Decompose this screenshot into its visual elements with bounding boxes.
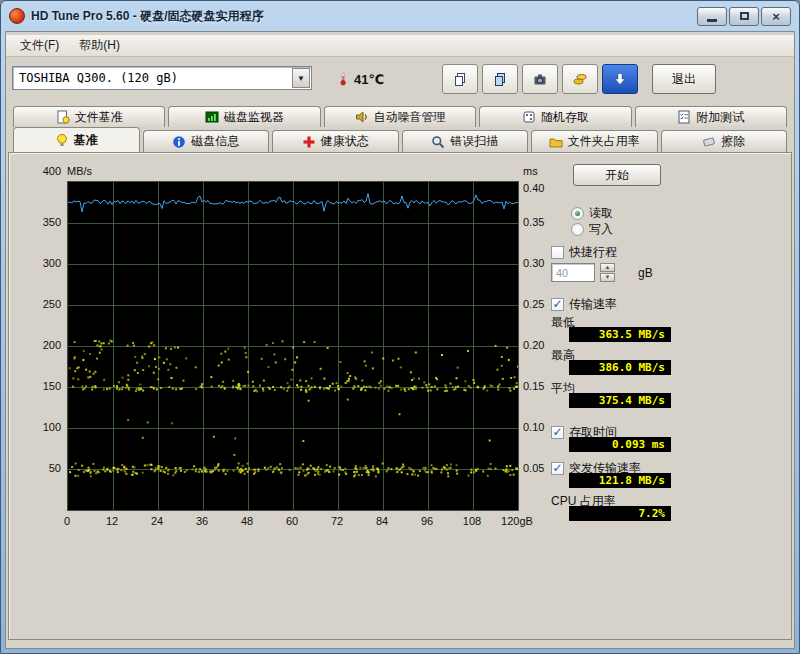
write-label: 写入 xyxy=(589,221,613,238)
temperature-indicator: 41℃ xyxy=(336,66,384,92)
disk-monitor-icon xyxy=(205,110,219,124)
menu-help[interactable]: 帮助(H) xyxy=(69,34,130,57)
benchmark-tab-page: MB/s ms 400350300250200150100500.400.350… xyxy=(8,152,792,640)
right-axis-tick: 0.05 xyxy=(523,462,544,474)
tab-label: 健康状态 xyxy=(321,133,369,150)
tab-file-benchmark[interactable]: 文件基准 xyxy=(13,106,165,127)
client-area: 文件(F) 帮助(H) TOSHIBA Q300. (120 gB) ▼ 41℃ xyxy=(5,31,795,649)
copy-text-icon xyxy=(453,72,467,86)
access-time-checkbox[interactable]: ✓ xyxy=(551,426,564,439)
short-stroke-input[interactable]: 40 xyxy=(551,263,595,282)
top-tab-strip: 文件基准 磁盘监视器 自动噪音管理 xyxy=(6,104,794,127)
menu-bar: 文件(F) 帮助(H) xyxy=(6,35,794,57)
tab-label: 基准 xyxy=(74,132,98,149)
x-axis-tick: 120gB xyxy=(497,515,537,527)
exit-button[interactable]: 退出 xyxy=(652,64,716,94)
drive-selector[interactable]: TOSHIBA Q300. (120 gB) ▼ xyxy=(12,66,312,90)
min-value: 363.5 MB/s xyxy=(599,328,665,341)
folder-icon xyxy=(549,135,563,149)
right-axis-tick: 0.40 xyxy=(523,182,544,194)
right-axis-tick: 0.10 xyxy=(523,421,544,433)
right-axis-tick: 0.25 xyxy=(523,298,544,310)
download-button[interactable] xyxy=(602,64,638,94)
tab-label: 文件夹占用率 xyxy=(568,133,640,150)
tab-label: 磁盘信息 xyxy=(191,133,239,150)
copy-image-button[interactable] xyxy=(482,64,518,94)
max-value-box: 386.0 MB/s xyxy=(569,360,671,375)
left-axis-tick: 400 xyxy=(9,165,61,177)
write-radio[interactable] xyxy=(571,223,584,236)
transfer-rate-option[interactable]: ✓ 传输速率 xyxy=(551,296,617,313)
cpu-usage-value-box: 7.2% xyxy=(569,506,671,521)
min-value-box: 363.5 MB/s xyxy=(569,327,671,342)
file-benchmark-icon xyxy=(56,110,70,124)
access-time-value: 0.093 ms xyxy=(612,438,665,451)
tab-auto-acoustic[interactable]: 自动噪音管理 xyxy=(324,106,476,127)
bulb-icon xyxy=(55,133,69,147)
tab-extra-tests[interactable]: 附加测试 xyxy=(635,106,787,127)
minimize-button[interactable] xyxy=(697,7,727,26)
cpu-usage-value: 7.2% xyxy=(639,507,666,520)
maximize-icon xyxy=(740,12,749,20)
tab-erase[interactable]: 擦除 xyxy=(661,130,788,152)
tab-label: 擦除 xyxy=(721,133,745,150)
copy-image-icon xyxy=(493,72,507,86)
x-axis-tick: 36 xyxy=(182,515,222,527)
screenshot-button[interactable] xyxy=(522,64,558,94)
right-axis-tick: 0.30 xyxy=(523,257,544,269)
tab-label: 附加测试 xyxy=(696,109,744,126)
x-axis-tick: 24 xyxy=(137,515,177,527)
window-controls: × xyxy=(697,7,791,26)
tab-disk-info[interactable]: 磁盘信息 xyxy=(143,130,270,152)
transfer-rate-checkbox[interactable]: ✓ xyxy=(551,298,564,311)
right-axis-tick: 0.35 xyxy=(523,216,544,228)
tab-benchmark[interactable]: 基准 xyxy=(13,127,140,152)
tab-health[interactable]: 健康状态 xyxy=(272,130,399,152)
copy-text-button[interactable] xyxy=(442,64,478,94)
health-cross-icon xyxy=(302,135,316,149)
chevron-down-icon[interactable]: ▼ xyxy=(292,68,310,88)
right-axis-unit: ms xyxy=(523,165,538,177)
x-axis-tick: 48 xyxy=(227,515,267,527)
app-window: HD Tune Pro 5.60 - 硬盘/固态硬盘实用程序 × 文件(F) 帮… xyxy=(0,0,800,654)
stepper-up-icon[interactable]: ▲ xyxy=(600,263,615,272)
coins-icon xyxy=(573,72,587,86)
right-axis-tick: 0.20 xyxy=(523,339,544,351)
left-axis-tick: 200 xyxy=(9,339,61,351)
write-option[interactable]: 写入 xyxy=(571,221,613,238)
stepper-down-icon[interactable]: ▼ xyxy=(600,273,615,282)
tab-label: 随机存取 xyxy=(541,109,589,126)
left-axis-unit: MB/s xyxy=(67,165,92,177)
read-label: 读取 xyxy=(589,205,613,222)
window-title: HD Tune Pro 5.60 - 硬盘/固态硬盘实用程序 xyxy=(31,8,263,25)
left-axis-tick: 100 xyxy=(9,421,61,433)
maximize-button[interactable] xyxy=(729,7,759,26)
burst-rate-value: 121.8 MB/s xyxy=(599,474,665,487)
burst-rate-checkbox[interactable]: ✓ xyxy=(551,462,564,475)
read-option[interactable]: 读取 xyxy=(571,205,613,222)
x-axis-tick: 72 xyxy=(317,515,357,527)
tab-folder-usage[interactable]: 文件夹占用率 xyxy=(531,130,658,152)
bottom-tab-strip: 基准 磁盘信息 健康状态 xyxy=(6,127,794,152)
short-stroke-stepper: ▲ ▼ xyxy=(600,263,615,282)
tab-error-scan[interactable]: 错误扫描 xyxy=(402,130,529,152)
x-axis-tick: 108 xyxy=(452,515,492,527)
menu-file[interactable]: 文件(F) xyxy=(10,34,69,57)
toolbar-buttons xyxy=(442,64,598,94)
start-button[interactable]: 开始 xyxy=(573,164,661,186)
speaker-icon xyxy=(355,110,369,124)
tab-disk-monitor[interactable]: 磁盘监视器 xyxy=(168,106,320,127)
close-button[interactable]: × xyxy=(761,7,791,26)
access-time-value-box: 0.093 ms xyxy=(569,437,671,452)
title-bar[interactable]: HD Tune Pro 5.60 - 硬盘/固态硬盘实用程序 × xyxy=(1,1,799,31)
short-stroke-checkbox[interactable] xyxy=(551,246,564,259)
save-results-button[interactable] xyxy=(562,64,598,94)
dice-icon xyxy=(522,110,536,124)
transfer-rate-label: 传输速率 xyxy=(569,296,617,313)
x-axis-tick: 12 xyxy=(92,515,132,527)
thermometer-icon xyxy=(336,72,350,86)
short-stroke-option[interactable]: 快捷行程 xyxy=(551,244,617,261)
x-axis-tick: 96 xyxy=(407,515,447,527)
read-radio[interactable] xyxy=(571,207,584,220)
tab-random-access[interactable]: 随机存取 xyxy=(479,106,631,127)
